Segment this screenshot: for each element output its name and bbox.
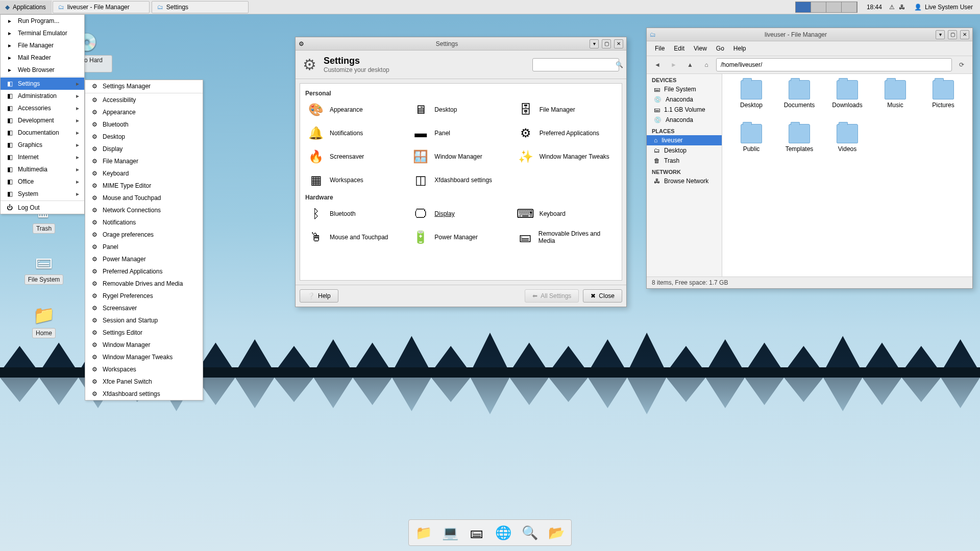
minimize-button[interactable]: ▾ — [590, 39, 599, 48]
workspace-switcher[interactable] — [795, 2, 857, 13]
folder-item[interactable]: Desktop — [728, 80, 774, 122]
settings-item[interactable]: ⚙Preferred Applications — [515, 122, 617, 144]
desktop-icon[interactable]: 📁Home — [18, 304, 69, 338]
taskbar-item[interactable]: 🗂liveuser - File Manager — [53, 1, 150, 13]
fm-menu-item[interactable]: Go — [712, 43, 728, 54]
fm-sidebar-item[interactable]: 🖧Browse Network — [647, 176, 722, 186]
submenu-item[interactable]: ⚙Xfdashboard settings — [85, 388, 203, 400]
user-menu[interactable]: 👤 Live System User — [907, 4, 980, 11]
settings-item[interactable]: ▬Panel — [410, 122, 511, 144]
fm-sidebar-item[interactable]: ⌂liveuser — [647, 135, 722, 145]
settings-titlebar[interactable]: ⚙ Settings ▾ ▢ ✕ — [296, 37, 626, 51]
menu-category[interactable]: ◧Administration▸ — [1, 90, 84, 102]
logout-item[interactable]: ⏻Log Out — [1, 202, 84, 214]
path-bar[interactable]: /home/liveuser/ — [716, 58, 952, 71]
desktop-icon[interactable]: 🖴File System — [18, 250, 69, 285]
maximize-button[interactable]: ▢ — [948, 30, 957, 39]
fm-sidebar-item[interactable]: 💿Anaconda — [647, 115, 722, 125]
submenu-item[interactable]: ⚙Bluetooth — [85, 118, 203, 131]
settings-item[interactable]: 🗄File Manager — [515, 99, 617, 120]
up-button[interactable]: ▲ — [683, 58, 697, 71]
help-button[interactable]: ❔Help — [300, 289, 338, 303]
submenu-item[interactable]: ⚙Window Manager Tweaks — [85, 351, 203, 363]
close-button[interactable]: ✕ — [960, 30, 969, 39]
menu-category[interactable]: ◧Accessories▸ — [1, 102, 84, 114]
maximize-button[interactable]: ▢ — [602, 39, 611, 48]
applications-menu-button[interactable]: ◆ Applications — [0, 1, 52, 14]
menu-item[interactable]: ▸Web Browser — [1, 64, 84, 76]
submenu-item[interactable]: ⚙Accessibility — [85, 94, 203, 106]
submenu-item[interactable]: ⚙Power Manager — [85, 253, 203, 265]
settings-item[interactable]: 🖵Display — [410, 203, 511, 224]
dock-item[interactable]: 🔍 — [520, 523, 540, 542]
dock-item[interactable]: 📂 — [547, 523, 566, 542]
menu-item[interactable]: ▸File Manager — [1, 39, 84, 52]
fm-sidebar-item[interactable]: 🗑Trash — [647, 156, 722, 166]
minimize-button[interactable]: ▾ — [936, 30, 945, 39]
menu-category[interactable]: ◧Multimedia▸ — [1, 163, 84, 176]
settings-item[interactable]: 🖱Mouse and Touchpad — [305, 227, 407, 248]
menu-item[interactable]: ▸Mail Reader — [1, 52, 84, 64]
menu-category[interactable]: ◧Development▸ — [1, 114, 84, 127]
submenu-item[interactable]: ⚙Desktop — [85, 131, 203, 143]
dock-item[interactable]: 🌐 — [494, 523, 513, 542]
network-icon[interactable]: 🖧 — [897, 4, 907, 11]
settings-search-input[interactable] — [533, 61, 616, 68]
close-settings-button[interactable]: ✖Close — [583, 289, 622, 303]
submenu-item[interactable]: ⚙Xfce Panel Switch — [85, 375, 203, 388]
submenu-item[interactable]: ⚙Rygel Preferences — [85, 290, 203, 302]
submenu-item[interactable]: ⚙Removable Drives and Media — [85, 278, 203, 290]
submenu-item[interactable]: ⚙Workspaces — [85, 363, 203, 375]
forward-button[interactable]: ► — [667, 58, 680, 71]
menu-category[interactable]: ◧Graphics▸ — [1, 139, 84, 151]
submenu-item[interactable]: ⚙Keyboard — [85, 167, 203, 180]
submenu-item[interactable]: ⚙Screensaver — [85, 302, 203, 314]
settings-item[interactable]: 🎨Appearance — [305, 99, 407, 120]
menu-category[interactable]: ◧Internet▸ — [1, 151, 84, 163]
settings-item[interactable]: 🪟Window Manager — [410, 146, 511, 167]
folder-item[interactable]: Pictures — [920, 80, 966, 122]
menu-category[interactable]: ◧Documentation▸ — [1, 127, 84, 139]
settings-item[interactable]: ◫Xfdashboard settings — [410, 169, 511, 191]
settings-item[interactable]: ⌨Keyboard — [515, 203, 617, 224]
dock-item[interactable]: 🖴 — [467, 523, 486, 542]
settings-item[interactable]: ▦Workspaces — [305, 169, 407, 191]
submenu-item[interactable]: ⚙Preferred Applications — [85, 265, 203, 278]
submenu-item[interactable]: ⚙Orage preferences — [85, 229, 203, 241]
fm-sidebar-item[interactable]: 🗂Desktop — [647, 145, 722, 156]
submenu-item[interactable]: ⚙Notifications — [85, 216, 203, 229]
settings-item[interactable]: 🔔Notifications — [305, 122, 407, 144]
reload-button[interactable]: ⟳ — [955, 58, 968, 71]
submenu-item[interactable]: ⚙Panel — [85, 241, 203, 253]
settings-search[interactable]: 🔍 — [532, 58, 619, 71]
dock-item[interactable]: 💻 — [440, 523, 460, 542]
back-button[interactable]: ◄ — [651, 58, 664, 71]
home-button[interactable]: ⌂ — [700, 58, 713, 71]
folder-item[interactable]: Public — [728, 124, 774, 166]
settings-item[interactable]: 🔋Power Manager — [410, 227, 511, 248]
fm-sidebar-item[interactable]: 💿Anaconda — [647, 94, 722, 105]
fm-menu-item[interactable]: View — [690, 43, 711, 54]
menu-category[interactable]: ◧System▸ — [1, 188, 84, 200]
fm-sidebar-item[interactable]: 🖴1.1 GB Volume — [647, 105, 722, 115]
fm-titlebar[interactable]: 🗂 liveuser - File Manager ▾ ▢ ✕ — [647, 28, 972, 41]
folder-item[interactable]: Templates — [776, 124, 822, 166]
menu-item[interactable]: ▸Run Program... — [1, 15, 84, 27]
settings-item[interactable]: 🖥Desktop — [410, 99, 511, 120]
menu-item[interactable]: ▸Terminal Emulator — [1, 27, 84, 39]
submenu-item[interactable]: ⚙Appearance — [85, 106, 203, 118]
fm-menu-item[interactable]: Edit — [670, 43, 689, 54]
fm-menu-item[interactable]: File — [651, 43, 669, 54]
fm-sidebar-item[interactable]: 🖴File System — [647, 84, 722, 94]
notification-icon[interactable]: ⚠ — [887, 4, 897, 11]
submenu-item[interactable]: ⚙File Manager — [85, 155, 203, 167]
settings-item[interactable]: ✨Window Manager Tweaks — [515, 146, 617, 167]
folder-item[interactable]: Documents — [776, 80, 822, 122]
close-button[interactable]: ✕ — [614, 39, 623, 48]
taskbar-item[interactable]: 🗂Settings — [152, 1, 249, 13]
fm-file-grid[interactable]: DesktopDocumentsDownloadsMusicPicturesPu… — [722, 74, 972, 277]
settings-item[interactable]: 🔥Screensaver — [305, 146, 407, 167]
settings-item[interactable]: ᛒBluetooth — [305, 203, 407, 224]
folder-item[interactable]: Downloads — [824, 80, 870, 122]
submenu-item[interactable]: ⚙Settings Manager — [85, 80, 203, 92]
